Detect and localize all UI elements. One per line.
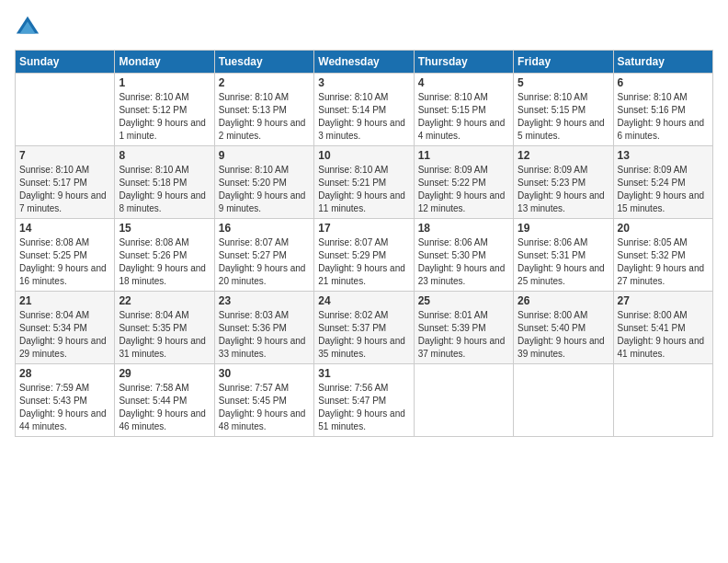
day-number: 21: [19, 294, 110, 307]
calendar-week: 7Sunrise: 8:10 AMSunset: 5:17 PMDaylight…: [16, 146, 713, 219]
day-header: Tuesday: [214, 51, 313, 74]
calendar-week: 28Sunrise: 7:59 AMSunset: 5:43 PMDayligh…: [16, 364, 713, 437]
calendar-cell: 8Sunrise: 8:10 AMSunset: 5:18 PMDaylight…: [115, 146, 214, 219]
day-info: Sunrise: 8:01 AMSunset: 5:39 PMDaylight:…: [418, 309, 509, 361]
day-number: 16: [219, 222, 310, 235]
calendar-week: 1Sunrise: 8:10 AMSunset: 5:12 PMDaylight…: [16, 74, 713, 146]
day-number: 20: [618, 222, 709, 235]
calendar-cell: [514, 364, 613, 437]
calendar-cell: [613, 364, 712, 437]
day-info: Sunrise: 8:08 AMSunset: 5:25 PMDaylight:…: [19, 236, 110, 288]
calendar-cell: 1Sunrise: 8:10 AMSunset: 5:12 PMDaylight…: [115, 74, 214, 146]
calendar-cell: 28Sunrise: 7:59 AMSunset: 5:43 PMDayligh…: [16, 364, 115, 437]
day-info: Sunrise: 7:57 AMSunset: 5:45 PMDaylight:…: [219, 382, 310, 433]
day-number: 25: [418, 294, 509, 307]
day-info: Sunrise: 8:09 AMSunset: 5:23 PMDaylight:…: [518, 164, 609, 215]
calendar-container: SundayMondayTuesdayWednesdayThursdayFrid…: [0, 0, 728, 446]
calendar-cell: 11Sunrise: 8:09 AMSunset: 5:22 PMDayligh…: [414, 146, 513, 219]
day-info: Sunrise: 7:59 AMSunset: 5:43 PMDaylight:…: [19, 382, 110, 433]
day-number: 27: [618, 294, 709, 307]
day-info: Sunrise: 8:10 AMSunset: 5:14 PMDaylight:…: [318, 91, 409, 143]
logo: [15, 15, 44, 40]
day-info: Sunrise: 8:10 AMSunset: 5:16 PMDaylight:…: [618, 91, 709, 143]
day-info: Sunrise: 8:07 AMSunset: 5:27 PMDaylight:…: [219, 236, 310, 288]
day-number: 24: [318, 294, 409, 307]
day-info: Sunrise: 8:10 AMSunset: 5:21 PMDaylight:…: [318, 164, 409, 215]
day-info: Sunrise: 8:03 AMSunset: 5:36 PMDaylight:…: [219, 309, 310, 361]
day-info: Sunrise: 8:06 AMSunset: 5:31 PMDaylight:…: [518, 236, 609, 288]
day-number: 5: [518, 76, 609, 89]
day-number: 1: [119, 76, 210, 89]
day-info: Sunrise: 8:00 AMSunset: 5:41 PMDaylight:…: [618, 309, 709, 361]
calendar-cell: 19Sunrise: 8:06 AMSunset: 5:31 PMDayligh…: [514, 219, 613, 292]
day-number: 2: [219, 76, 310, 89]
day-info: Sunrise: 8:10 AMSunset: 5:12 PMDaylight:…: [119, 91, 210, 143]
calendar-cell: 4Sunrise: 8:10 AMSunset: 5:15 PMDaylight…: [414, 74, 513, 146]
calendar-cell: 5Sunrise: 8:10 AMSunset: 5:15 PMDaylight…: [514, 74, 613, 146]
day-number: 31: [318, 367, 409, 380]
calendar-cell: 3Sunrise: 8:10 AMSunset: 5:14 PMDaylight…: [314, 74, 414, 146]
day-header: Monday: [115, 51, 214, 74]
day-number: 3: [318, 76, 409, 89]
day-number: 15: [119, 222, 210, 235]
day-info: Sunrise: 7:58 AMSunset: 5:44 PMDaylight:…: [119, 382, 210, 433]
calendar-cell: 23Sunrise: 8:03 AMSunset: 5:36 PMDayligh…: [214, 292, 313, 364]
calendar-cell: 12Sunrise: 8:09 AMSunset: 5:23 PMDayligh…: [514, 146, 613, 219]
calendar-cell: 22Sunrise: 8:04 AMSunset: 5:35 PMDayligh…: [115, 292, 214, 364]
calendar-cell: 29Sunrise: 7:58 AMSunset: 5:44 PMDayligh…: [115, 364, 214, 437]
day-info: Sunrise: 8:05 AMSunset: 5:32 PMDaylight:…: [618, 236, 709, 288]
calendar-cell: 7Sunrise: 8:10 AMSunset: 5:17 PMDaylight…: [16, 146, 115, 219]
day-number: 13: [618, 149, 709, 162]
day-number: 8: [119, 149, 210, 162]
day-number: 18: [418, 222, 509, 235]
calendar-cell: 21Sunrise: 8:04 AMSunset: 5:34 PMDayligh…: [16, 292, 115, 364]
day-number: 22: [119, 294, 210, 307]
day-info: Sunrise: 8:00 AMSunset: 5:40 PMDaylight:…: [518, 309, 609, 361]
day-number: 17: [318, 222, 409, 235]
day-info: Sunrise: 8:10 AMSunset: 5:15 PMDaylight:…: [418, 91, 509, 143]
day-info: Sunrise: 8:02 AMSunset: 5:37 PMDaylight:…: [318, 309, 409, 361]
calendar-cell: 20Sunrise: 8:05 AMSunset: 5:32 PMDayligh…: [613, 219, 712, 292]
calendar-cell: 15Sunrise: 8:08 AMSunset: 5:26 PMDayligh…: [115, 219, 214, 292]
calendar-cell: 24Sunrise: 8:02 AMSunset: 5:37 PMDayligh…: [314, 292, 414, 364]
header-row: SundayMondayTuesdayWednesdayThursdayFrid…: [16, 51, 713, 74]
day-header: Friday: [514, 51, 613, 74]
day-header: Wednesday: [314, 51, 414, 74]
calendar-cell: 30Sunrise: 7:57 AMSunset: 5:45 PMDayligh…: [214, 364, 313, 437]
day-header: Thursday: [414, 51, 513, 74]
day-number: 23: [219, 294, 310, 307]
day-info: Sunrise: 8:04 AMSunset: 5:35 PMDaylight:…: [119, 309, 210, 361]
calendar-cell: 16Sunrise: 8:07 AMSunset: 5:27 PMDayligh…: [214, 219, 313, 292]
header: [15, 15, 713, 40]
day-info: Sunrise: 8:06 AMSunset: 5:30 PMDaylight:…: [418, 236, 509, 288]
calendar-cell: 25Sunrise: 8:01 AMSunset: 5:39 PMDayligh…: [414, 292, 513, 364]
logo-icon: [15, 15, 40, 40]
day-info: Sunrise: 8:04 AMSunset: 5:34 PMDaylight:…: [19, 309, 110, 361]
calendar-cell: 10Sunrise: 8:10 AMSunset: 5:21 PMDayligh…: [314, 146, 414, 219]
day-number: 6: [618, 76, 709, 89]
day-number: 19: [518, 222, 609, 235]
day-number: 28: [19, 367, 110, 380]
day-info: Sunrise: 8:10 AMSunset: 5:18 PMDaylight:…: [119, 164, 210, 215]
day-info: Sunrise: 8:08 AMSunset: 5:26 PMDaylight:…: [119, 236, 210, 288]
day-number: 9: [219, 149, 310, 162]
day-info: Sunrise: 8:10 AMSunset: 5:13 PMDaylight:…: [219, 91, 310, 143]
calendar-cell: 18Sunrise: 8:06 AMSunset: 5:30 PMDayligh…: [414, 219, 513, 292]
day-header: Saturday: [613, 51, 712, 74]
calendar-cell: [414, 364, 513, 437]
day-info: Sunrise: 8:09 AMSunset: 5:22 PMDaylight:…: [418, 164, 509, 215]
day-info: Sunrise: 8:10 AMSunset: 5:20 PMDaylight:…: [219, 164, 310, 215]
day-info: Sunrise: 8:07 AMSunset: 5:29 PMDaylight:…: [318, 236, 409, 288]
day-number: 26: [518, 294, 609, 307]
day-number: 30: [219, 367, 310, 380]
day-number: 12: [518, 149, 609, 162]
calendar-cell: 27Sunrise: 8:00 AMSunset: 5:41 PMDayligh…: [613, 292, 712, 364]
day-number: 11: [418, 149, 509, 162]
day-number: 14: [19, 222, 110, 235]
calendar-cell: 6Sunrise: 8:10 AMSunset: 5:16 PMDaylight…: [613, 74, 712, 146]
calendar-week: 21Sunrise: 8:04 AMSunset: 5:34 PMDayligh…: [16, 292, 713, 364]
calendar-cell: [16, 74, 115, 146]
day-info: Sunrise: 7:56 AMSunset: 5:47 PMDaylight:…: [318, 382, 409, 433]
calendar-cell: 13Sunrise: 8:09 AMSunset: 5:24 PMDayligh…: [613, 146, 712, 219]
day-number: 7: [19, 149, 110, 162]
